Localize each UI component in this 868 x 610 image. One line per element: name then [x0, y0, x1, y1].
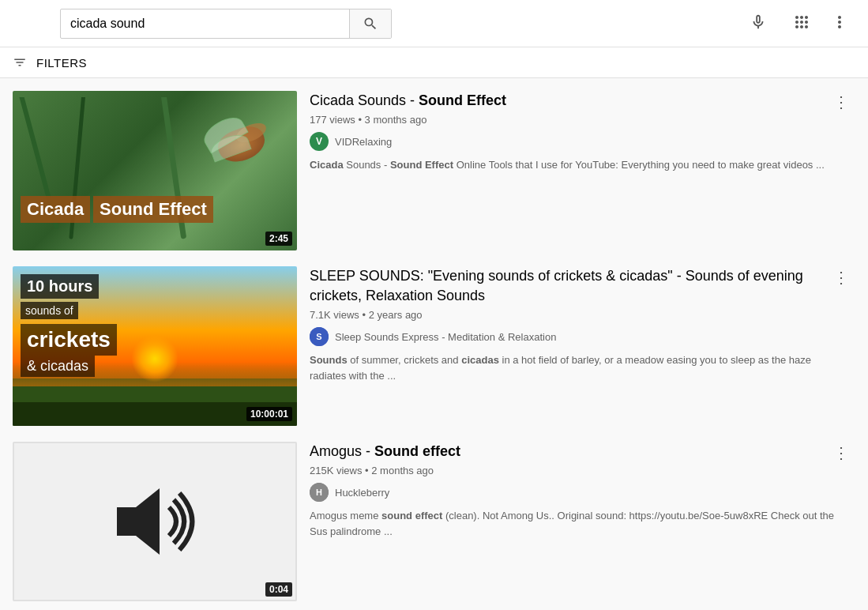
thumbnail-1[interactable]: Cicada Sound Effect 2:45 — [13, 91, 297, 250]
channel-avatar-2: S — [310, 327, 329, 346]
duration-badge-3: 0:04 — [265, 582, 292, 597]
video-info-1: Cicada Sounds - Sound Effect 177 views •… — [297, 91, 855, 173]
speaker-svg — [107, 474, 202, 569]
search-button[interactable] — [349, 9, 391, 38]
channel-name-2[interactable]: Sleep Sounds Express - Meditation & Rela… — [335, 331, 556, 343]
thumbnail-2[interactable]: 10 hours sounds of crickets & cicadas 10… — [13, 266, 297, 426]
video-desc-1: Cicada Sounds - Sound Effect Online Tool… — [310, 157, 843, 173]
results-list: Cicada Sound Effect 2:45 Cicada Sounds -… — [0, 78, 868, 610]
header — [0, 0, 868, 47]
thumb-cricket-inner: 10 hours sounds of crickets & cicadas — [13, 266, 297, 426]
video-meta-1: 177 views • 3 months ago — [310, 114, 843, 126]
svg-text:S: S — [316, 332, 321, 341]
three-dot-menu-2[interactable]: ⋮ — [827, 266, 855, 288]
filters-bar: FILTERS — [0, 47, 868, 78]
channel-avatar-icon-2: S — [310, 327, 329, 346]
thumb-10h-label: 10 hours — [21, 274, 99, 299]
video-title-2[interactable]: SLEEP SOUNDS: "Evening sounds of cricket… — [310, 266, 843, 306]
filters-label[interactable]: FILTERS — [36, 56, 87, 70]
channel-row-2: S Sleep Sounds Express - Meditation & Re… — [310, 327, 843, 346]
channel-avatar-3: H — [310, 483, 329, 502]
duration-badge-1: 2:45 — [265, 232, 292, 246]
video-desc-2: Sounds of summer, crickets and cicadas i… — [310, 352, 843, 383]
thumb-cicada-text2: Sound Effect — [93, 196, 213, 223]
thumb-sounds-label: sounds of — [21, 302, 78, 319]
more-options-button[interactable] — [824, 6, 855, 40]
video-item-3: 0:04 Amogus - Sound effect 215K views • … — [13, 442, 855, 601]
video-meta-2: 7.1K views • 2 years ago — [310, 309, 843, 321]
apps-button[interactable] — [786, 6, 817, 40]
channel-avatar-svg-3: H — [310, 483, 329, 502]
thumb-cicada-text1: Cicada — [21, 196, 90, 223]
grid-icon — [792, 13, 811, 32]
duration-badge-2: 10:00:01 — [246, 407, 292, 421]
video-info-3: Amogus - Sound effect 215K views • 2 mon… — [297, 442, 855, 539]
svg-text:H: H — [316, 488, 322, 497]
svg-marker-2 — [117, 488, 160, 555]
mic-icon — [750, 13, 767, 31]
channel-avatar-1: V — [310, 132, 329, 151]
three-dot-menu-3[interactable]: ⋮ — [827, 442, 855, 464]
search-input[interactable] — [61, 10, 349, 37]
video-item-1: Cicada Sound Effect 2:45 Cicada Sounds -… — [13, 91, 855, 250]
three-dot-menu-1[interactable]: ⋮ — [827, 91, 855, 113]
thumbnail-3[interactable]: 0:04 — [13, 442, 297, 601]
filters-icon — [13, 55, 27, 70]
video-item-2: 10 hours sounds of crickets & cicadas 10… — [13, 266, 855, 426]
video-desc-3: Amogus meme sound effect (clean). Not Am… — [310, 508, 843, 539]
channel-name-3[interactable]: Huckleberry — [335, 487, 389, 499]
search-icon — [363, 16, 378, 32]
video-meta-3: 215K views • 2 months ago — [310, 465, 843, 476]
mic-button[interactable] — [743, 7, 773, 40]
channel-row-1: V VIDRelaxing — [310, 132, 843, 151]
channel-row-3: H Huckleberry — [310, 483, 843, 502]
header-right — [786, 6, 855, 40]
search-bar — [60, 9, 392, 39]
video-title-1[interactable]: Cicada Sounds - Sound Effect — [310, 91, 843, 111]
thumb-crickets-label: crickets — [21, 324, 117, 356]
more-vertical-icon — [830, 13, 849, 32]
video-info-2: SLEEP SOUNDS: "Evening sounds of cricket… — [297, 266, 855, 383]
channel-name-1[interactable]: VIDRelaxing — [335, 136, 392, 148]
video-title-3[interactable]: Amogus - Sound effect — [310, 442, 843, 461]
thumb-cicadas-label: & cicadas — [21, 356, 95, 377]
thumb-speaker-icon — [107, 474, 202, 569]
